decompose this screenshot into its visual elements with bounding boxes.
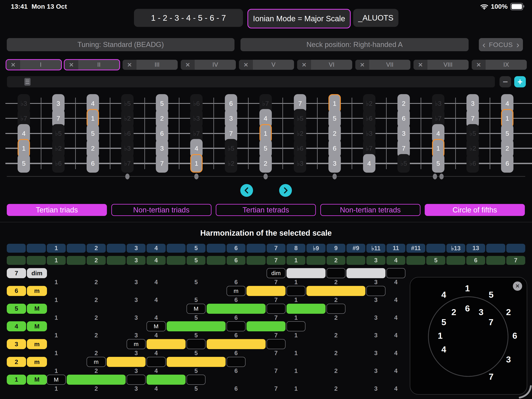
fret-note-badge[interactable]: 6 xyxy=(87,154,99,173)
extension-cell[interactable] xyxy=(167,244,186,253)
fret-note-badge[interactable]: 4 xyxy=(363,154,375,173)
extension-cell[interactable] xyxy=(207,244,226,253)
cof-outer-degree[interactable]: 3 xyxy=(502,354,515,365)
close-tab-icon[interactable]: ✕ xyxy=(181,60,195,70)
extension-cell[interactable]: ♭11 xyxy=(366,244,385,253)
chord-tone-pill[interactable] xyxy=(227,321,246,331)
scale-cell[interactable]: 3 xyxy=(366,256,385,265)
next-position-button[interactable] xyxy=(279,184,292,197)
extension-cell[interactable] xyxy=(247,244,266,253)
chord-degree-pill[interactable]: 7 xyxy=(7,268,26,278)
remove-position-button[interactable]: − xyxy=(500,76,511,87)
extension-cell[interactable]: 9 xyxy=(327,244,345,253)
close-tab-icon[interactable]: ✕ xyxy=(472,60,486,70)
fret-marker-dot[interactable] xyxy=(332,174,337,179)
chord-tone-pill[interactable] xyxy=(327,268,345,278)
neck-position-button[interactable]: Neck position: Right-handed A xyxy=(241,38,469,51)
extension-cell[interactable] xyxy=(486,244,505,253)
scale-cell[interactable] xyxy=(346,256,365,265)
position-tab-IV[interactable]: ✕IV xyxy=(181,60,236,70)
extension-cell[interactable]: 8 xyxy=(286,244,305,253)
scale-cell[interactable] xyxy=(247,256,266,265)
extension-cell[interactable]: 5 xyxy=(187,244,205,253)
cof-outer-degree[interactable]: 4 xyxy=(438,289,450,300)
cof-inner-degree[interactable]: 4 xyxy=(438,344,450,355)
fret-marker-dot[interactable] xyxy=(439,174,444,179)
fret-marker-dot[interactable] xyxy=(194,174,198,179)
cof-outer-degree[interactable]: 6 xyxy=(509,330,521,341)
chord-root-pill[interactable]: m xyxy=(227,286,246,296)
scale-cell[interactable]: 7 xyxy=(506,256,525,265)
extension-cell[interactable]: 11 xyxy=(386,244,405,253)
chord-tone-pill[interactable] xyxy=(366,286,385,296)
scale-cell[interactable] xyxy=(67,256,86,265)
chord-type-button-non-tertian-tetrads[interactable]: Non-tertian tetrads xyxy=(320,204,420,216)
chord-type-button-tertian-triads[interactable]: Tertian triads xyxy=(7,204,107,216)
position-tab-III[interactable]: ✕III xyxy=(123,60,178,70)
fret-note-badge[interactable]: 5 xyxy=(432,154,444,173)
extension-cell[interactable] xyxy=(107,244,126,253)
scale-cell[interactable]: 1 xyxy=(47,256,66,265)
scale-cell[interactable]: 6 xyxy=(466,256,485,265)
scale-cell[interactable] xyxy=(486,256,505,265)
fret-note-badge[interactable]: 6 xyxy=(501,154,513,173)
chord-tone-pill[interactable] xyxy=(286,321,305,331)
cof-inner-degree[interactable]: 2 xyxy=(448,307,460,318)
chord-degree-pill[interactable]: 1 xyxy=(7,375,26,385)
fret-note-badge[interactable]: ♭6 xyxy=(467,154,479,173)
close-tab-icon[interactable]: ✕ xyxy=(413,60,427,70)
fret-marker-dot[interactable] xyxy=(433,174,437,179)
position-tab-II[interactable]: ✕II xyxy=(64,60,120,70)
chord-root-pill[interactable]: M xyxy=(47,375,66,385)
fret-note-badge[interactable]: 7 xyxy=(156,154,168,173)
chord-root-pill[interactable]: M xyxy=(146,321,165,331)
cof-inner-degree[interactable]: 7 xyxy=(485,317,497,328)
close-tab-icon[interactable]: ✕ xyxy=(123,60,136,70)
extension-cell[interactable]: 2 xyxy=(87,244,106,253)
chord-tone-pill[interactable] xyxy=(127,375,146,385)
position-tab-VII[interactable]: ✕VII xyxy=(355,60,410,70)
scale-cell[interactable]: 5 xyxy=(187,256,205,265)
close-tab-icon[interactable]: ✕ xyxy=(64,60,78,70)
scale-cell[interactable] xyxy=(107,256,126,265)
cof-outer-degree[interactable]: 1 xyxy=(461,283,474,294)
fret-note-badge[interactable]: 2 xyxy=(260,154,272,173)
scale-cell[interactable]: 7 xyxy=(266,256,285,265)
fret-note-badge[interactable]: ♭5 xyxy=(398,154,410,173)
chord-tone-pill[interactable] xyxy=(187,339,205,349)
scale-cell[interactable] xyxy=(306,256,325,265)
extension-cell[interactable]: 7 xyxy=(266,244,285,253)
chord-tone-pill[interactable] xyxy=(286,286,305,296)
extension-cell[interactable] xyxy=(7,244,26,253)
chord-tone-pill[interactable] xyxy=(266,339,285,349)
chord-root-pill[interactable]: m xyxy=(87,357,106,367)
scale-cell[interactable]: 6 xyxy=(227,256,246,265)
extension-cell[interactable]: #11 xyxy=(406,244,425,253)
chord-quality-pill[interactable]: M xyxy=(27,304,47,314)
fret-note-badge[interactable]: ♭6 xyxy=(52,154,64,173)
chord-quality-pill[interactable]: m xyxy=(27,339,47,349)
scale-cell[interactable] xyxy=(446,256,465,265)
scale-cell[interactable] xyxy=(406,256,425,265)
chord-quality-pill[interactable]: dim xyxy=(27,268,47,278)
scale-cell[interactable]: 4 xyxy=(146,256,165,265)
scale-cell[interactable] xyxy=(207,256,226,265)
cof-inner-degree[interactable]: 1 xyxy=(434,330,446,341)
chord-quality-pill[interactable]: M xyxy=(27,321,47,331)
cof-inner-degree[interactable]: 3 xyxy=(475,307,487,318)
fret-marker-dot[interactable] xyxy=(125,174,130,179)
extension-cell[interactable] xyxy=(27,244,46,253)
fret-note-badge[interactable]: ♭7 xyxy=(121,154,133,173)
chord-quality-pill[interactable]: M xyxy=(27,375,47,385)
extension-cell[interactable] xyxy=(506,244,525,253)
extension-cell[interactable]: 6 xyxy=(227,244,246,253)
chord-type-button-non-tertian-triads[interactable]: Non-tertian triads xyxy=(111,204,211,216)
cof-inner-degree[interactable]: 5 xyxy=(438,317,450,328)
chord-tone-pill[interactable] xyxy=(266,304,285,314)
prev-position-button[interactable] xyxy=(240,184,253,197)
extension-cell[interactable]: ♭13 xyxy=(446,244,465,253)
close-tab-icon[interactable]: ✕ xyxy=(239,60,253,70)
position-tab-IX[interactable]: ✕IX xyxy=(472,60,527,70)
position-tab-VIII[interactable]: ✕VIII xyxy=(413,60,469,70)
sequence-toolbar[interactable] xyxy=(7,76,495,87)
